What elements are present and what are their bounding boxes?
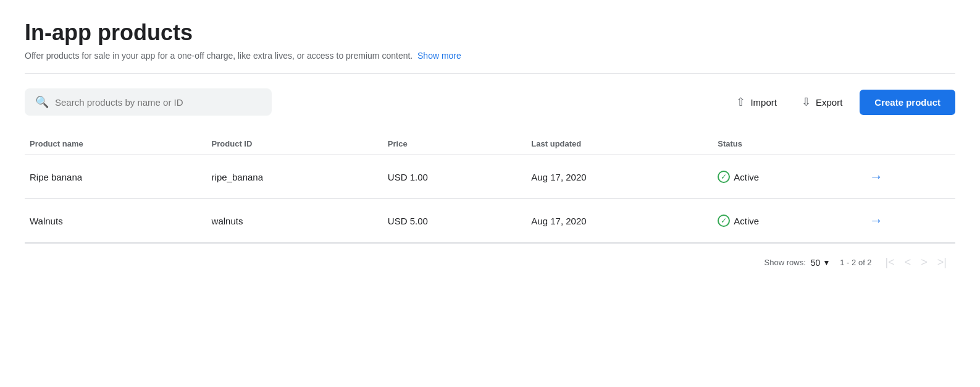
cell-name-0: Ripe banana: [25, 155, 207, 199]
pagination-nav: |< < > >|: [882, 253, 950, 271]
status-label-0: Active: [734, 172, 759, 182]
cell-id-1: walnuts: [207, 199, 383, 243]
col-header-action: [860, 133, 955, 155]
cell-name-1: Walnuts: [25, 199, 207, 243]
col-header-name: Product name: [25, 133, 207, 155]
status-label-1: Active: [734, 216, 759, 226]
cell-price-0: USD 1.00: [383, 155, 527, 199]
import-button[interactable]: ⇧ Import: [729, 90, 784, 114]
page-info: 1 - 2 of 2: [840, 258, 871, 267]
cell-updated-1: Aug 17, 2020: [526, 199, 713, 243]
col-header-status: Status: [713, 133, 860, 155]
row-arrow-button-1[interactable]: →: [865, 210, 888, 231]
table-header: Product name Product ID Price Last updat…: [25, 133, 955, 155]
first-page-button[interactable]: |<: [882, 253, 898, 271]
cell-status-0: ✓ Active: [713, 155, 860, 199]
row-arrow-button-0[interactable]: →: [865, 166, 888, 187]
cell-id-0: ripe_banana: [207, 155, 383, 199]
search-icon: 🔍: [35, 95, 49, 109]
table-row: Walnuts walnuts USD 5.00 Aug 17, 2020 ✓ …: [25, 199, 955, 243]
export-button[interactable]: ⇩ Export: [794, 90, 850, 114]
last-page-button[interactable]: >|: [934, 253, 950, 271]
status-active-icon-0: ✓: [718, 171, 730, 183]
table-body: Ripe banana ripe_banana USD 1.00 Aug 17,…: [25, 155, 955, 243]
col-header-id: Product ID: [207, 133, 383, 155]
products-table: Product name Product ID Price Last updat…: [25, 133, 955, 243]
status-active-icon-1: ✓: [718, 215, 730, 227]
col-header-price: Price: [383, 133, 527, 155]
table-row: Ripe banana ripe_banana USD 1.00 Aug 17,…: [25, 155, 955, 199]
cell-updated-0: Aug 17, 2020: [526, 155, 713, 199]
prev-page-button[interactable]: <: [901, 253, 915, 271]
col-header-updated: Last updated: [526, 133, 713, 155]
next-page-button[interactable]: >: [917, 253, 931, 271]
rows-per-page-value: 50: [811, 258, 821, 268]
cell-action-1[interactable]: →: [860, 199, 955, 243]
rows-per-page-select[interactable]: 50 ▼: [811, 258, 830, 268]
show-more-link[interactable]: Show more: [417, 51, 461, 61]
toolbar: 🔍 ⇧ Import ⇩ Export Create product: [25, 88, 955, 116]
rows-dropdown-icon: ▼: [823, 258, 830, 267]
create-product-button[interactable]: Create product: [860, 90, 955, 115]
show-rows-control: Show rows: 50 ▼: [764, 258, 831, 268]
export-icon: ⇩: [802, 95, 811, 109]
import-icon: ⇧: [736, 95, 745, 109]
pagination: Show rows: 50 ▼ 1 - 2 of 2 |< < > >|: [25, 243, 955, 274]
cell-action-0[interactable]: →: [860, 155, 955, 199]
page-title: In-app products: [25, 20, 955, 46]
page-subtitle: Offer products for sale in your app for …: [25, 51, 955, 61]
section-divider: [25, 73, 955, 74]
cell-price-1: USD 5.00: [383, 199, 527, 243]
show-rows-label: Show rows:: [764, 258, 806, 267]
search-box[interactable]: 🔍: [25, 88, 272, 116]
cell-status-1: ✓ Active: [713, 199, 860, 243]
search-input[interactable]: [55, 97, 261, 108]
